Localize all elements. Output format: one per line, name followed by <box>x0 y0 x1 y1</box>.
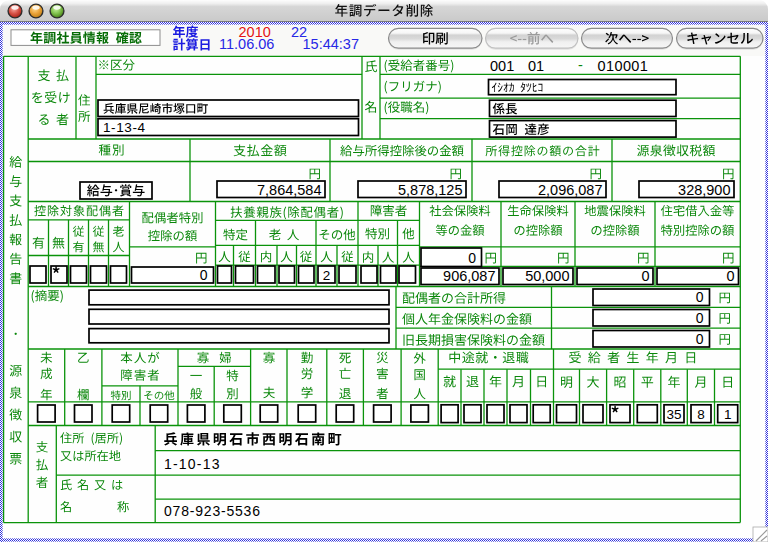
svg-text:7,864,584: 7,864,584 <box>257 182 322 198</box>
svg-text:1-10-13: 1-10-13 <box>164 456 221 472</box>
svg-text:0: 0 <box>641 268 649 284</box>
svg-text:906,087: 906,087 <box>443 268 495 284</box>
svg-text:01: 01 <box>528 58 544 74</box>
svg-text:35: 35 <box>666 407 681 422</box>
svg-text:078-923-5536: 078-923-5536 <box>164 503 261 519</box>
svg-text:010001: 010001 <box>598 58 649 74</box>
svg-text:328,900: 328,900 <box>678 182 730 198</box>
svg-text:11.06.06: 11.06.06 <box>219 36 274 52</box>
svg-text:-: - <box>578 57 583 73</box>
svg-text:0: 0 <box>696 310 704 326</box>
svg-text:1-13-4: 1-13-4 <box>103 120 146 135</box>
svg-text:2: 2 <box>323 268 331 283</box>
svg-text:2,096,087: 2,096,087 <box>538 182 603 198</box>
svg-text:8: 8 <box>697 407 705 422</box>
svg-text:5,878,125: 5,878,125 <box>398 182 463 198</box>
svg-text:0: 0 <box>726 268 734 284</box>
svg-text:50,000: 50,000 <box>525 268 569 284</box>
svg-text:001: 001 <box>490 58 514 74</box>
svg-text:0: 0 <box>468 250 476 266</box>
svg-text:15:44:37: 15:44:37 <box>303 36 359 52</box>
svg-text:0: 0 <box>696 289 704 305</box>
svg-text:0: 0 <box>200 267 208 283</box>
svg-text:1: 1 <box>724 407 732 422</box>
svg-text:0: 0 <box>696 331 704 347</box>
